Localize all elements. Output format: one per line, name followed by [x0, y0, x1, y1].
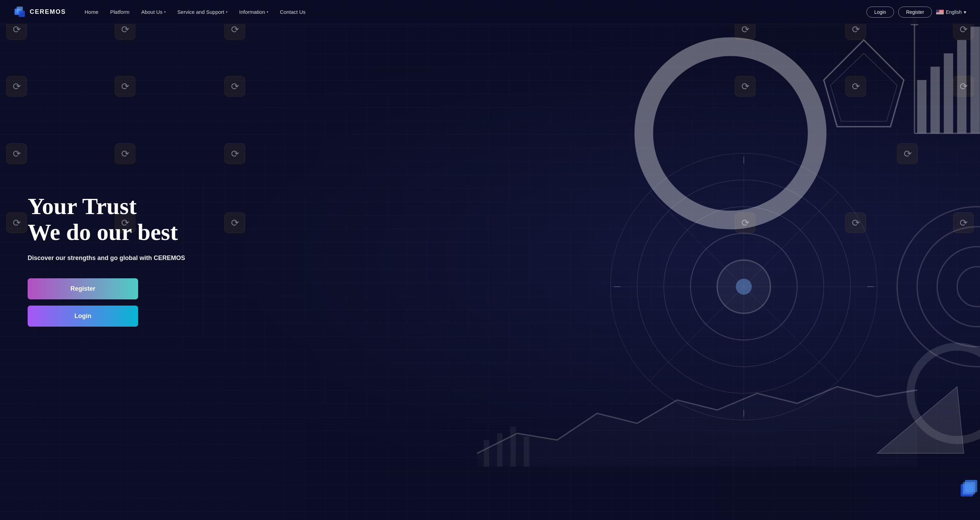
information-chevron-icon: ▾ — [267, 10, 268, 14]
nav-contact[interactable]: Contact Us — [275, 6, 310, 17]
hero-title-line1: Your Trust — [28, 193, 185, 219]
corner-cube-decoration — [959, 479, 980, 499]
register-button[interactable]: Register — [898, 6, 932, 17]
service-chevron-icon: ▾ — [226, 10, 228, 14]
svg-rect-2 — [19, 11, 25, 17]
hero-content: Your Trust We do our best Discover our s… — [0, 193, 213, 327]
language-chevron-icon: ▾ — [964, 10, 966, 15]
login-button[interactable]: Login — [866, 6, 894, 17]
svg-rect-9 — [936, 13, 944, 14]
hero-register-button[interactable]: Register — [28, 278, 138, 299]
nav-about[interactable]: About Us ▾ — [137, 6, 170, 17]
language-selector[interactable]: English ▾ — [936, 10, 966, 15]
language-label: English — [946, 10, 962, 15]
svg-rect-7 — [936, 12, 944, 13]
nav-service[interactable]: Service and Support ▾ — [173, 6, 232, 17]
hero-title-line2: We do our best — [28, 219, 185, 245]
navbar: CEREMOS Home Platform About Us ▾ Service… — [0, 0, 980, 24]
brand-name: CEREMOS — [30, 8, 66, 16]
about-chevron-icon: ▾ — [164, 10, 166, 14]
flag-icon — [936, 10, 944, 14]
hero-login-button[interactable]: Login — [28, 305, 138, 327]
svg-rect-10 — [936, 10, 939, 13]
brand-logo[interactable]: CEREMOS — [14, 6, 66, 18]
nav-right: Login Register English ▾ — [866, 6, 966, 17]
hero-section: ⟳ ⟳ ⟳ ⟳ ⟳ ⟳ ⟳ ⟳ ⟳ ⟳ ⟳ ⟳ ⟳ ⟳ ⟳ ⟳ ⟳ ⟳ ⟳ ⟳ … — [0, 0, 980, 520]
svg-rect-49 — [963, 482, 975, 495]
nav-information[interactable]: Information ▾ — [234, 6, 273, 17]
nav-home[interactable]: Home — [80, 6, 103, 17]
hero-subtitle: Discover our strengths and go global wit… — [28, 254, 185, 262]
hero-buttons: Register Login — [28, 278, 138, 327]
nav-links: Home Platform About Us ▾ Service and Sup… — [80, 6, 866, 17]
nav-platform[interactable]: Platform — [105, 6, 134, 17]
